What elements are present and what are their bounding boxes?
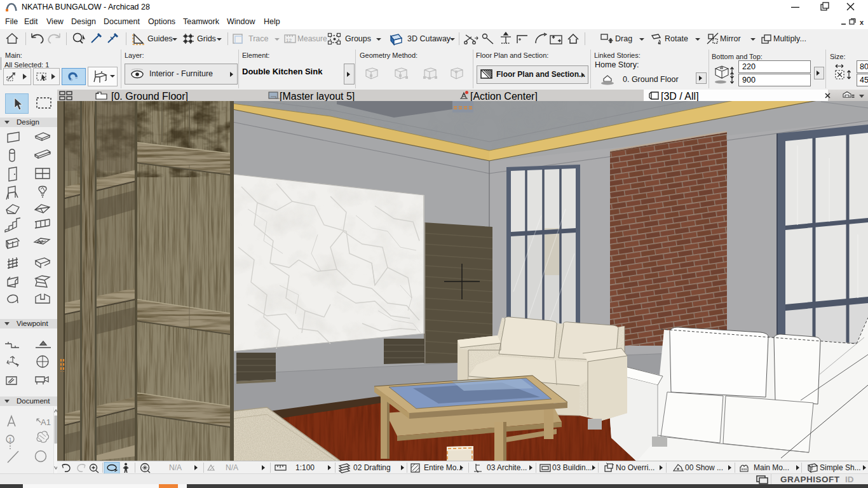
svg-text:12: 12 [286,37,292,43]
svg-text:A1: A1 [41,417,51,427]
svg-text:x: x [860,18,864,26]
svg-text:1: 1 [9,437,12,443]
